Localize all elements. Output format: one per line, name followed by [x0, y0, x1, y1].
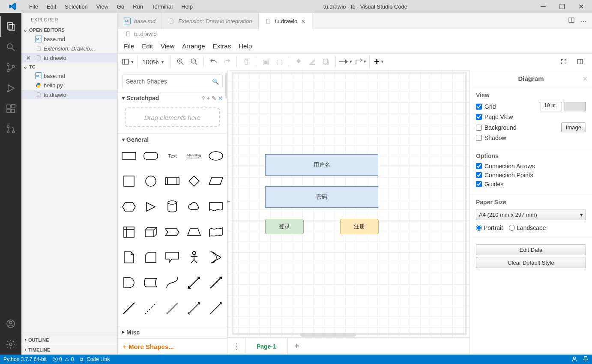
explorer-icon[interactable]: [0, 16, 21, 37]
minimize-icon[interactable]: ─: [534, 3, 553, 11]
menu-selection[interactable]: Selection: [60, 1, 92, 12]
close-icon[interactable]: ✕: [218, 95, 223, 101]
breadcrumb[interactable]: tu.drawio: [118, 29, 592, 39]
editor-tab[interactable]: M↓base.md: [118, 13, 162, 29]
search-icon[interactable]: 🔍: [212, 78, 219, 85]
connection-points-checkbox[interactable]: [476, 172, 482, 178]
pageview-checkbox[interactable]: [476, 114, 482, 120]
general-shapes-header[interactable]: ▾ General: [118, 133, 227, 146]
shape-tape[interactable]: [207, 225, 224, 239]
menu-view[interactable]: View: [92, 1, 113, 12]
more-actions-icon[interactable]: ⋯: [580, 17, 587, 25]
shadow-icon[interactable]: [319, 55, 333, 69]
shape-trapezoid[interactable]: [185, 225, 203, 239]
shape-or[interactable]: [207, 251, 224, 264]
line-color-icon[interactable]: [305, 55, 319, 69]
image-button[interactable]: Image: [561, 122, 586, 132]
add-icon[interactable]: +: [206, 95, 210, 101]
shape-curve[interactable]: [164, 276, 181, 289]
edit-icon[interactable]: ✎: [212, 95, 216, 101]
shape-line2[interactable]: [164, 301, 181, 315]
file-item[interactable]: hello.py: [21, 81, 117, 90]
file-item[interactable]: M↓base.md: [21, 71, 117, 81]
search-icon[interactable]: [0, 37, 21, 57]
shape-bidirectional-arrow[interactable]: [185, 276, 203, 289]
canvas-shape-password[interactable]: 密码: [265, 186, 378, 208]
shape-internal-storage[interactable]: [120, 225, 138, 239]
outline-header[interactable]: ›OUTLINE: [21, 335, 117, 345]
status-notifications-icon[interactable]: [583, 356, 589, 363]
pull-requests-icon[interactable]: [0, 119, 21, 140]
add-page-button[interactable]: +: [288, 338, 306, 355]
shape-ellipse[interactable]: [207, 149, 224, 163]
help-icon[interactable]: ?: [201, 95, 205, 101]
split-editor-icon[interactable]: [568, 17, 575, 25]
shape-heading[interactable]: HeadingLorem ipsum dolor sit: [185, 149, 203, 163]
open-editor-item[interactable]: M↓base.md: [21, 34, 117, 44]
shape-dir-thin[interactable]: [207, 301, 224, 315]
shape-and[interactable]: [120, 276, 138, 289]
fullscreen-icon[interactable]: [557, 55, 571, 69]
drawio-menu-edit[interactable]: Edit: [142, 42, 153, 50]
accounts-icon[interactable]: [0, 313, 21, 334]
shape-line[interactable]: [120, 301, 138, 315]
shape-step[interactable]: [164, 225, 181, 239]
drawio-canvas[interactable]: 用户名 密码 登录 注册 ◂▸: [227, 70, 469, 337]
shape-rectangle[interactable]: [120, 149, 138, 163]
edit-data-button[interactable]: Edit Data: [476, 244, 586, 255]
folder-header[interactable]: ⌄TC: [21, 63, 117, 71]
shape-process[interactable]: [164, 174, 181, 188]
shape-data-storage[interactable]: [142, 276, 160, 289]
shape-rounded-rect[interactable]: [142, 149, 160, 163]
collapse-handle-icon[interactable]: ◂▸: [227, 199, 230, 203]
insert-icon[interactable]: +▼: [372, 55, 386, 69]
misc-shapes-header[interactable]: ▸Misc: [118, 326, 227, 338]
shadow-checkbox[interactable]: [476, 135, 482, 141]
shape-diamond[interactable]: [185, 174, 203, 188]
open-editors-header[interactable]: ⌄OPEN EDITORS: [21, 26, 117, 34]
run-debug-icon[interactable]: [0, 78, 21, 98]
editor-tab[interactable]: tu.drawio✕: [259, 13, 313, 29]
format-panel-icon[interactable]: [573, 55, 587, 69]
drawio-menu-help[interactable]: Help: [239, 42, 252, 50]
status-python[interactable]: Python 3.7.7 64-bit: [3, 356, 47, 362]
shape-document[interactable]: [207, 200, 224, 214]
clear-style-button[interactable]: Clear Default Style: [476, 257, 586, 268]
zoom-level[interactable]: 100%: [141, 58, 160, 66]
close-icon[interactable]: ✕: [583, 75, 588, 82]
to-back-icon[interactable]: ▢: [272, 55, 286, 69]
shape-cloud[interactable]: [185, 200, 203, 214]
scratchpad-header[interactable]: ▾ Scratchpad ? + ✎ ✕: [118, 92, 227, 103]
canvas-shape-username[interactable]: 用户名: [265, 154, 378, 176]
portrait-radio[interactable]: [476, 225, 482, 231]
zoom-in-icon[interactable]: [173, 55, 187, 69]
shape-cube[interactable]: [142, 225, 160, 239]
shape-dashed-line[interactable]: [142, 301, 160, 315]
to-front-icon[interactable]: ▣: [259, 55, 272, 69]
editor-tab[interactable]: Extension: Draw.io Integration: [162, 13, 259, 29]
status-problems[interactable]: ⓧ 0 ⚠ 0: [53, 356, 74, 363]
scratchpad-dropzone[interactable]: Drag elements here: [125, 107, 220, 127]
drawio-menu-view[interactable]: View: [161, 42, 174, 50]
page-tab[interactable]: Page-1: [245, 338, 288, 355]
open-editor-item[interactable]: Extension: Draw.io…: [21, 44, 117, 53]
status-code-link[interactable]: ⧉ Code Link: [80, 356, 110, 362]
shape-text[interactable]: Text: [164, 149, 181, 163]
grid-color-swatch[interactable]: [565, 102, 586, 111]
menu-help[interactable]: Help: [177, 1, 197, 12]
shape-triangle[interactable]: [142, 200, 160, 214]
shape-card[interactable]: [142, 251, 160, 264]
drawio-menu-arrange[interactable]: Arrange: [182, 42, 205, 50]
connection-icon[interactable]: ▼: [338, 55, 353, 69]
menu-run[interactable]: Run: [129, 1, 147, 12]
redo-icon[interactable]: [220, 55, 234, 69]
fill-color-icon[interactable]: [292, 55, 305, 69]
grid-size-input[interactable]: 10 pt: [541, 102, 562, 111]
file-item[interactable]: tu.drawio: [21, 90, 117, 99]
canvas-shape-register[interactable]: 注册: [340, 219, 379, 234]
menu-terminal[interactable]: Terminal: [147, 1, 177, 12]
shape-hexagon[interactable]: [120, 200, 138, 214]
maximize-icon[interactable]: ☐: [553, 3, 571, 11]
grid-checkbox[interactable]: [476, 104, 482, 110]
shape-arrow[interactable]: [207, 276, 224, 289]
